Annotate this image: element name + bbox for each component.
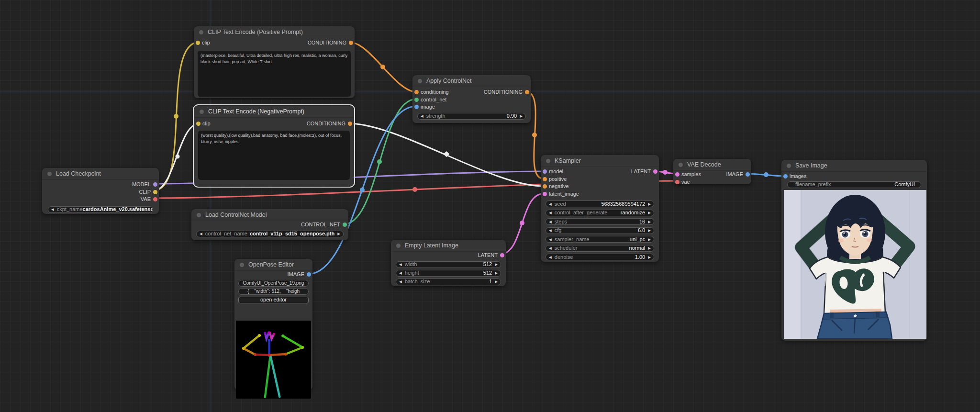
increment-arrow-icon[interactable]: ▶ [648, 227, 651, 234]
collapse-dot-icon[interactable] [396, 244, 401, 248]
increment-arrow-icon[interactable]: ▶ [648, 201, 651, 207]
widget-value: 1 [489, 278, 492, 285]
open-editor-button[interactable]: open editor [238, 297, 309, 303]
node-load-checkpoint[interactable]: Load Checkpoint MODEL CLIP VAE ◀ ckpt_na… [42, 168, 159, 214]
node-graph-canvas[interactable]: Load Checkpoint MODEL CLIP VAE ◀ ckpt_na… [0, 0, 980, 412]
increment-arrow-icon[interactable]: ▶ [495, 278, 498, 285]
node-title-bar[interactable]: Load Checkpoint [42, 168, 159, 180]
node-save-image[interactable]: Save Image images filename_prefix ComfyU… [781, 160, 927, 341]
control-net-input-dot[interactable] [414, 98, 419, 102]
node-openpose-editor[interactable]: OpenPose Editor IMAGE ComfyUI_OpenPose_1… [234, 259, 312, 390]
widget-width[interactable]: ◀ width 512 ▶ [396, 261, 501, 268]
node-apply-controlnet[interactable]: Apply ControlNet conditioning CONDITIONI… [412, 75, 531, 123]
widget-height[interactable]: ◀ height 512 ▶ [396, 270, 501, 277]
decrement-arrow-icon[interactable]: ◀ [399, 270, 402, 276]
decrement-arrow-icon[interactable]: ◀ [421, 113, 423, 119]
negative-prompt-textarea[interactable]: (worst quality),(low quality),bad anatom… [198, 131, 350, 180]
image-output-dot[interactable] [307, 272, 311, 277]
positive-input-dot[interactable] [543, 177, 547, 181]
node-title-bar[interactable]: CLIP Text Encode (Positive Prompt) [194, 26, 355, 38]
decrement-arrow-icon[interactable]: ◀ [399, 261, 402, 267]
widget-pose-filename[interactable]: ComfyUI_OpenPose_19.png [238, 280, 309, 287]
node-clip-text-encode-positive[interactable]: CLIP Text Encode (Positive Prompt) clip … [194, 26, 355, 98]
widget-steps[interactable]: ◀ steps 16 ▶ [546, 218, 654, 225]
widget-denoise[interactable]: ◀ denoise 1.00 ▶ [546, 254, 654, 260]
widget-sampler-name[interactable]: ◀ sampler_name uni_pc ▶ [546, 236, 654, 243]
collapse-dot-icon[interactable] [199, 30, 203, 34]
widget-ckpt-name[interactable]: ◀ ckpt_name cardosAnime_v20.safetensors … [48, 206, 153, 213]
conditioning-input-dot[interactable] [414, 90, 419, 94]
decrement-arrow-icon[interactable]: ◀ [549, 219, 552, 225]
widget-filename-prefix[interactable]: filename_prefix ComfyUI [787, 181, 921, 188]
decrement-arrow-icon[interactable]: ◀ [51, 206, 54, 212]
node-title-bar[interactable]: Save Image [781, 160, 927, 172]
node-title-bar[interactable]: VAE Decode [673, 159, 751, 171]
increment-arrow-icon[interactable]: ▶ [648, 254, 651, 260]
images-input-dot[interactable] [783, 174, 788, 178]
collapse-dot-icon[interactable] [47, 172, 52, 176]
node-title-bar[interactable]: Empty Latent Image [391, 240, 506, 252]
collapse-dot-icon[interactable] [546, 159, 550, 163]
collapse-dot-icon[interactable] [787, 164, 791, 168]
image-output-dot[interactable] [746, 172, 750, 177]
increment-arrow-icon[interactable]: ▶ [337, 231, 340, 237]
node-empty-latent-image[interactable]: Empty Latent Image LATENT ◀ width 512 ▶ … [391, 240, 506, 286]
increment-arrow-icon[interactable]: ▶ [495, 261, 498, 267]
negative-input-dot[interactable] [543, 184, 547, 189]
positive-prompt-textarea[interactable]: (masterpiece, beautiful, Ultra detailed,… [198, 51, 351, 97]
increment-arrow-icon[interactable]: ▶ [648, 245, 651, 251]
decrement-arrow-icon[interactable]: ◀ [200, 231, 202, 237]
collapse-dot-icon[interactable] [197, 213, 201, 217]
vae-output-dot[interactable] [153, 197, 157, 201]
decrement-arrow-icon[interactable]: ◀ [549, 210, 552, 216]
latent-image-input-dot[interactable] [543, 192, 547, 196]
image-input-dot[interactable] [414, 105, 419, 109]
node-clip-text-encode-negative[interactable]: CLIP Text Encode (NegativePrompt) clip C… [194, 106, 354, 186]
widget-batch-size[interactable]: ◀ batch_size 1 ▶ [396, 278, 501, 285]
decrement-arrow-icon[interactable]: ◀ [549, 236, 552, 243]
control-net-output-dot[interactable] [343, 223, 347, 227]
widget-scheduler[interactable]: ◀ scheduler normal ▶ [546, 245, 654, 252]
node-title-bar[interactable]: CLIP Text Encode (NegativePrompt) [194, 106, 354, 118]
node-title-bar[interactable]: Load ControlNet Model [191, 209, 348, 221]
clip-input-dot[interactable] [196, 122, 200, 126]
increment-arrow-icon[interactable]: ▶ [648, 210, 651, 216]
widget-cfg[interactable]: ◀ cfg 6.0 ▶ [546, 227, 654, 234]
decrement-arrow-icon[interactable]: ◀ [399, 278, 402, 285]
decrement-arrow-icon[interactable]: ◀ [549, 254, 552, 260]
widget-strength[interactable]: ◀ strength 0.90 ▶ [417, 113, 526, 120]
collapse-dot-icon[interactable] [240, 263, 244, 267]
node-vae-decode[interactable]: VAE Decode samples IMAGE vae [673, 159, 751, 184]
increment-arrow-icon[interactable]: ▶ [495, 270, 498, 276]
conditioning-output-dot[interactable] [525, 90, 529, 94]
node-title-bar[interactable]: Apply ControlNet [412, 75, 531, 87]
widget-control-after-generate[interactable]: ◀ control_after_generate randomize ▶ [546, 210, 654, 216]
widget-control-net-name[interactable]: ◀ control_net_name control_v11p_sd15_ope… [196, 231, 344, 237]
clip-output-dot[interactable] [153, 190, 157, 194]
widget-value: 1.00 [635, 254, 645, 260]
increment-arrow-icon[interactable]: ▶ [520, 113, 523, 119]
model-output-dot[interactable] [153, 182, 157, 187]
node-load-controlnet-model[interactable]: Load ControlNet Model CONTROL_NET ◀ cont… [191, 209, 348, 240]
collapse-dot-icon[interactable] [679, 163, 683, 167]
vae-input-dot[interactable] [675, 180, 679, 184]
decrement-arrow-icon[interactable]: ◀ [549, 201, 552, 207]
model-input-dot[interactable] [543, 169, 547, 174]
conditioning-output-dot[interactable] [348, 122, 352, 126]
node-title-bar[interactable]: OpenPose Editor [234, 259, 312, 271]
collapse-dot-icon[interactable] [418, 79, 422, 83]
decrement-arrow-icon[interactable]: ◀ [549, 245, 552, 251]
increment-arrow-icon[interactable]: ▶ [648, 219, 651, 225]
collapse-dot-icon[interactable] [200, 110, 204, 114]
increment-arrow-icon[interactable]: ▶ [648, 236, 651, 243]
clip-input-dot[interactable] [196, 41, 200, 45]
decrement-arrow-icon[interactable]: ◀ [549, 227, 552, 234]
samples-input-dot[interactable] [675, 172, 679, 177]
conditioning-output-dot[interactable] [349, 41, 353, 45]
node-ksampler[interactable]: KSampler model LATENT positive negative … [541, 155, 659, 262]
latent-output-dot[interactable] [653, 169, 657, 174]
node-title-bar[interactable]: KSampler [541, 155, 659, 167]
latent-output-dot[interactable] [500, 253, 504, 257]
widget-seed[interactable]: ◀ seed 568325689594172 ▶ [546, 200, 654, 207]
widget-pose-json[interactable]: { "width": 512, "heigh [238, 288, 309, 295]
